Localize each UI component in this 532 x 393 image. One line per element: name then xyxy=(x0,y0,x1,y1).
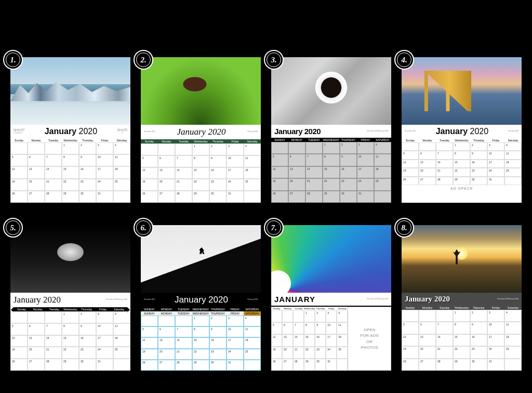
calendar-option-6[interactable]: 6. December 2019 January 2020 February 2… xyxy=(141,225,261,383)
date-cell: 1 xyxy=(192,316,209,326)
calendar-header: December 2019S M T W T F S1 2 3 4 5 6 7 … xyxy=(10,125,130,138)
date-cell: 21 xyxy=(436,168,453,176)
calendar-option-8[interactable]: 8. January 2020 December 2019 February 2… xyxy=(402,225,522,383)
date-cell: 7 xyxy=(293,322,304,334)
date-cell: 10 xyxy=(96,154,113,166)
mini-prev-month: December 2019 xyxy=(367,130,378,132)
number-badge: 3. xyxy=(264,50,284,70)
date-cell: 29 xyxy=(453,177,470,185)
date-cell: 3 xyxy=(96,142,113,154)
calendar-image-ram-silhouette xyxy=(141,225,261,293)
date-cell: 20 xyxy=(288,178,305,190)
date-cell: 24 xyxy=(357,178,374,190)
date-cell: 28 xyxy=(45,359,62,371)
date-cell: 11 xyxy=(244,155,261,167)
date-cell: 23 xyxy=(315,347,326,359)
date-cell xyxy=(113,191,130,203)
calendar-option-4[interactable]: 4. December 2019 January 2020 February 2… xyxy=(402,57,522,215)
date-cell: 18 xyxy=(244,167,261,179)
date-cell: 14 xyxy=(305,166,323,178)
date-cell: 5 xyxy=(402,322,419,334)
date-cell: 12 xyxy=(141,167,158,179)
mini-next-month: February 2020 xyxy=(508,130,518,132)
date-cell: 2 xyxy=(315,310,326,322)
date-cell: 1 xyxy=(323,142,340,154)
calendar-card: December 2019S M T W T F S1 2 3 4 5 6 7 … xyxy=(10,57,130,203)
date-cell: 25 xyxy=(244,179,261,191)
mini-prev-month: December 2019 xyxy=(144,131,155,133)
date-cell: 12 xyxy=(10,335,28,347)
ad-space-label: AD SPACE xyxy=(402,185,522,192)
date-cell: 20 xyxy=(419,168,436,176)
date-cell: 9 xyxy=(209,326,227,337)
date-cell: 30 xyxy=(315,359,326,371)
date-cell: 30 xyxy=(470,359,487,371)
date-cell: 1 xyxy=(453,310,470,322)
weekday-label: Monday xyxy=(28,138,45,142)
date-grid: 1234567891011121314151617181920212223242… xyxy=(10,142,130,203)
weekday-label: SUNDAY xyxy=(141,311,158,316)
date-cell: 5 xyxy=(10,154,28,166)
date-cell: 9 xyxy=(340,154,357,166)
date-cell: 24 xyxy=(326,347,337,359)
calendar-option-2[interactable]: 2. December 2019 January 2020 February 2… xyxy=(141,57,261,215)
calendar-option-1[interactable]: 1. December 2019S M T W T F S1 2 3 4 5 6… xyxy=(10,57,130,215)
calendar-header: January 2020 December 2019 February 2020 xyxy=(10,293,130,307)
weekday-label: Monday xyxy=(282,307,293,310)
date-cell: 16 xyxy=(79,166,96,178)
date-cell xyxy=(141,143,158,155)
date-cell: 1 xyxy=(453,142,470,151)
number-badge: 4. xyxy=(394,50,414,70)
weekday-label: Saturday xyxy=(111,307,127,311)
weekday-label: Monday xyxy=(419,138,436,142)
mini-next-month: February 2020 xyxy=(247,299,258,300)
date-cell: 23 xyxy=(79,347,96,359)
calendar-header: January 2020 December 2019 February 2020 xyxy=(271,125,391,138)
weekday-label: TUESDAY xyxy=(175,307,192,311)
calendar-image-color-swatches xyxy=(271,225,391,293)
date-cell: 21 xyxy=(175,349,192,360)
calendar-option-5[interactable]: 5. January 2020 December 2019 February 2… xyxy=(10,225,130,383)
weekday-label: Sunday xyxy=(141,139,158,143)
weekday-bar-row2: SUNDAYMONDAYTUESDAYWEDNESDAYTHURSDAYFRID… xyxy=(141,311,261,316)
date-cell: 18 xyxy=(374,166,391,178)
date-cell: 28 xyxy=(175,360,192,371)
date-cell: 12 xyxy=(271,334,282,346)
calendar-option-3[interactable]: 3. January 2020 December 2019 February 2… xyxy=(271,57,391,215)
date-cell: 9 xyxy=(209,155,227,167)
badge-number: 8. xyxy=(397,220,411,235)
date-cell: 25 xyxy=(244,349,261,360)
date-cell: 8 xyxy=(323,154,340,166)
date-cell: 17 xyxy=(487,334,504,346)
weekday-label: Sunday xyxy=(271,307,282,310)
weekday-label: WEDNESDAY xyxy=(192,307,209,311)
date-cell: 10 xyxy=(227,155,244,167)
date-cell: 15 xyxy=(192,167,209,179)
date-cell: 14 xyxy=(436,160,453,168)
date-cell: 4 xyxy=(504,142,522,151)
date-cell: 25 xyxy=(374,178,391,190)
date-cell: 30 xyxy=(340,191,357,203)
date-cell: 26 xyxy=(10,359,28,371)
weekday-label: Thursday xyxy=(470,138,487,142)
date-cell: 3 xyxy=(326,310,337,322)
date-cell: 5 xyxy=(141,155,158,167)
month-title: January 2020 xyxy=(405,295,497,304)
date-cell: 30 xyxy=(79,359,96,371)
date-cell: 3 xyxy=(227,316,244,326)
date-cell xyxy=(419,142,436,151)
weekday-label: SUNDAY xyxy=(271,138,288,142)
date-cell: 26 xyxy=(271,359,282,371)
calendar-option-7[interactable]: 7. JANUARY December 2019 February 2020 S… xyxy=(271,225,391,383)
date-cell: 11 xyxy=(504,151,522,159)
mini-prev-month: December 2019 xyxy=(405,130,416,132)
date-cell: 15 xyxy=(323,166,340,178)
date-grid: 1234567891011121314151617181920212223242… xyxy=(271,142,391,203)
date-cell: 19 xyxy=(141,349,158,360)
date-cell: 17 xyxy=(227,167,244,179)
date-cell: 3 xyxy=(357,142,374,154)
date-cell: 29 xyxy=(304,359,315,371)
weekday-label: Tuesday xyxy=(293,307,304,310)
calendar-header: December 2019 January 2020 February 2020 xyxy=(141,293,261,307)
date-cell: 17 xyxy=(96,335,113,347)
